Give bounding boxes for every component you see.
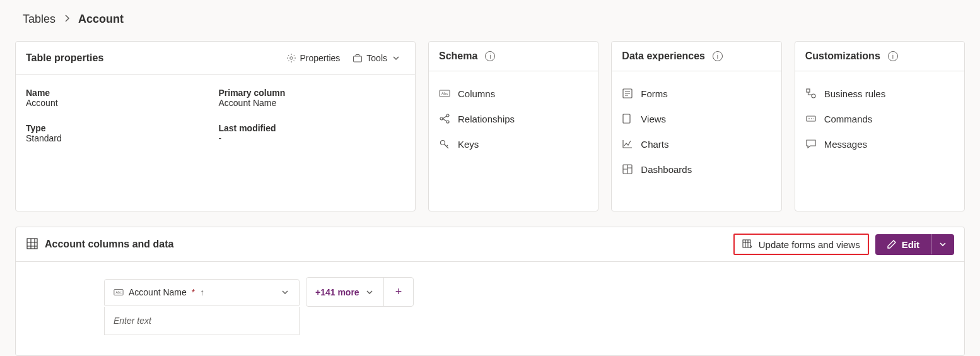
chevron-down-icon[interactable] xyxy=(280,287,290,297)
data-exp-title: Data experiences xyxy=(622,50,705,62)
account-name-input[interactable]: Enter text xyxy=(104,307,300,335)
svg-rect-1 xyxy=(354,56,362,62)
svg-text:Abc: Abc xyxy=(116,290,122,294)
keys-link[interactable]: Keys xyxy=(439,138,588,150)
svg-point-5 xyxy=(446,114,449,117)
edit-button[interactable]: Edit xyxy=(875,234,954,255)
properties-label: Properties xyxy=(300,53,341,63)
svg-point-6 xyxy=(446,121,449,123)
columns-link[interactable]: Abc Columns xyxy=(439,88,588,99)
primary-label: Primary column xyxy=(219,88,405,98)
schema-card: Schema i Abc Columns Relationships Keys xyxy=(428,41,598,211)
svg-point-7 xyxy=(441,141,445,145)
table-properties-card: Table properties Properties Tools Name A… xyxy=(15,41,416,211)
update-forms-views-button[interactable]: Update forms and views xyxy=(733,234,869,255)
business-rules-link[interactable]: Business rules xyxy=(805,88,954,99)
svg-point-12 xyxy=(812,94,815,98)
table-grid-icon xyxy=(26,237,38,252)
tools-label: Tools xyxy=(366,53,387,63)
table-properties-title: Table properties xyxy=(26,52,103,64)
breadcrumb-root[interactable]: Tables xyxy=(23,13,55,26)
breadcrumb: Tables Account xyxy=(15,13,965,26)
primary-value: Account Name xyxy=(219,98,405,108)
svg-rect-9 xyxy=(623,114,630,123)
column-header-account-name[interactable]: Abc Account Name * ↑ xyxy=(104,279,300,306)
sort-asc-icon: ↑ xyxy=(200,287,204,297)
breadcrumb-current: Account xyxy=(78,13,124,26)
messages-link[interactable]: Messages xyxy=(805,138,954,150)
schema-title: Schema xyxy=(439,50,477,62)
name-label: Name xyxy=(26,88,213,98)
data-experiences-card: Data experiences i Forms Views Charts xyxy=(611,41,781,211)
svg-point-4 xyxy=(440,117,443,120)
dashboards-link[interactable]: Dashboards xyxy=(622,163,771,175)
customizations-card: Customizations i Business rules Commands xyxy=(795,41,965,211)
type-label: Type xyxy=(26,123,213,133)
more-columns-button[interactable]: +141 more xyxy=(306,280,383,305)
required-indicator: * xyxy=(192,287,195,297)
properties-button[interactable]: Properties xyxy=(283,50,344,66)
svg-rect-11 xyxy=(807,89,810,92)
add-column-button[interactable]: + xyxy=(383,278,414,306)
data-section-title: Account columns and data xyxy=(45,239,173,250)
svg-point-0 xyxy=(289,57,292,59)
type-value: Standard xyxy=(26,133,213,143)
name-value: Account xyxy=(26,98,213,108)
info-icon[interactable]: i xyxy=(713,51,723,61)
relationships-link[interactable]: Relationships xyxy=(439,113,588,124)
chevron-right-icon xyxy=(62,13,72,25)
svg-rect-15 xyxy=(743,240,750,247)
info-icon[interactable]: i xyxy=(888,51,898,61)
tools-button[interactable]: Tools xyxy=(349,50,405,66)
svg-rect-14 xyxy=(27,239,37,249)
edit-dropdown[interactable] xyxy=(931,234,954,254)
modified-value: - xyxy=(219,133,405,143)
modified-label: Last modified xyxy=(219,123,405,133)
commands-link[interactable]: Commands xyxy=(805,113,954,124)
data-section: Account columns and data Update forms an… xyxy=(15,227,965,356)
views-link[interactable]: Views xyxy=(622,113,771,124)
svg-text:Abc: Abc xyxy=(441,92,448,95)
forms-link[interactable]: Forms xyxy=(622,88,771,99)
customizations-title: Customizations xyxy=(805,50,880,62)
charts-link[interactable]: Charts xyxy=(622,138,771,150)
info-icon[interactable]: i xyxy=(485,51,495,61)
